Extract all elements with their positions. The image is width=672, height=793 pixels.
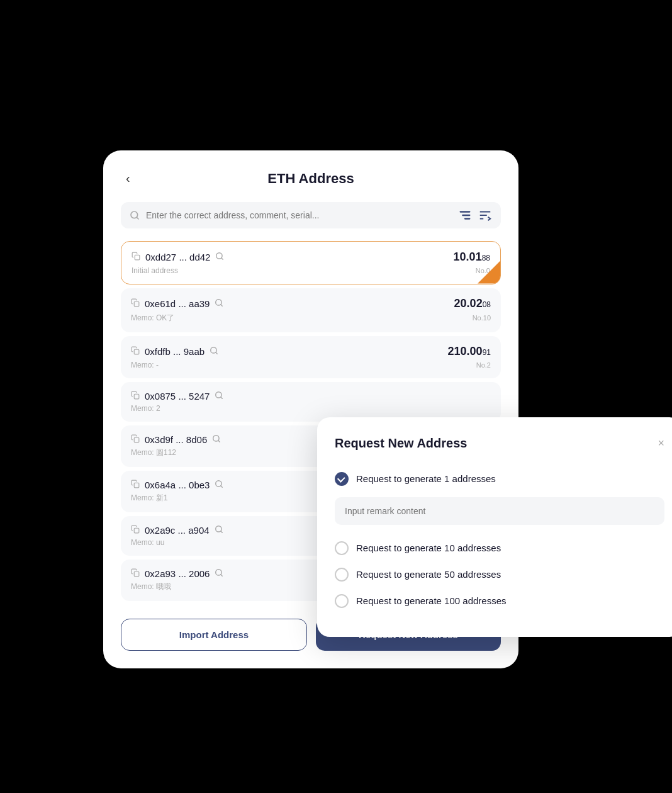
svg-line-17 (216, 352, 218, 354)
address-item[interactable]: 0xfdfb ... 9aab 210.0091 Memo: - No.2 (121, 336, 501, 378)
remark-input[interactable] (335, 497, 664, 525)
memo-text: Memo: OK了 (131, 313, 174, 323)
address-text: 0x2a93 ... 2006 (145, 568, 210, 579)
address-text: 0xfdfb ... 9aab (145, 346, 204, 357)
radio-option[interactable]: Request to generate 10 addresses (335, 535, 664, 561)
address-text: 0x0875 ... 5247 (145, 391, 210, 402)
radio-option[interactable]: Request to generate 1 addresses (335, 466, 664, 492)
radio-circle[interactable] (335, 472, 349, 486)
amount-block: 210.0091 (448, 345, 491, 358)
amount-small: 91 (483, 348, 491, 357)
address-search-icon[interactable] (210, 346, 218, 357)
address-search-icon[interactable] (215, 252, 224, 262)
address-item[interactable]: 0xdd27 ... dd42 10.0188 Initial address … (121, 241, 501, 284)
modal-header: Request New Address × (335, 436, 664, 451)
address-search-icon[interactable] (215, 568, 223, 579)
modal-card: Request New Address × Request to generat… (317, 417, 672, 637)
svg-rect-21 (134, 437, 139, 442)
address-search-icon[interactable] (215, 391, 223, 402)
copy-icon[interactable] (131, 391, 140, 402)
svg-line-11 (221, 257, 223, 259)
radio-option[interactable]: Request to generate 50 addresses (335, 561, 664, 588)
radio-circle[interactable] (335, 541, 349, 555)
memo-text: Initial address (132, 266, 178, 275)
radio-circle[interactable] (335, 594, 349, 608)
svg-line-29 (220, 531, 222, 532)
svg-line-14 (221, 304, 223, 306)
memo-text: Memo: uu (131, 538, 164, 547)
svg-line-26 (221, 485, 223, 487)
address-text: 0x6a4a ... 0be3 (145, 480, 210, 490)
import-button[interactable]: Import Address (121, 619, 307, 651)
address-search-icon[interactable] (215, 525, 223, 536)
amount-main: 10.01 (454, 250, 482, 263)
memo-text: Memo: 哦哦 (131, 582, 171, 592)
copy-icon[interactable] (131, 525, 140, 536)
address-search-icon[interactable] (215, 480, 223, 490)
address-text: 0x2a9c ... a904 (145, 525, 210, 536)
copy-icon[interactable] (131, 346, 140, 357)
amount-main: 20.02 (454, 297, 483, 310)
radio-option[interactable]: Request to generate 100 addresses (335, 588, 664, 614)
amount-small: 08 (483, 300, 491, 309)
search-bar (121, 202, 501, 228)
address-text: 0x3d9f ... 8d06 (145, 434, 207, 445)
copy-icon[interactable] (132, 252, 140, 262)
svg-rect-9 (135, 255, 140, 260)
svg-rect-27 (134, 528, 139, 533)
no-badge: No.2 (476, 361, 491, 369)
copy-icon[interactable] (131, 434, 140, 445)
filter-icon[interactable] (458, 208, 472, 222)
radio-label: Request to generate 100 addresses (356, 595, 507, 606)
address-text: 0xdd27 ... dd42 (145, 252, 210, 262)
radio-label: Request to generate 50 addresses (356, 569, 501, 580)
radio-circle[interactable] (335, 568, 349, 582)
svg-line-20 (221, 396, 223, 398)
amount-small: 88 (482, 254, 490, 262)
no-badge: No.10 (473, 314, 491, 322)
svg-line-32 (221, 574, 223, 576)
svg-line-1 (137, 217, 138, 219)
copy-icon[interactable] (131, 480, 140, 490)
modal-close-button[interactable]: × (658, 437, 664, 450)
memo-text: Memo: 2 (131, 404, 160, 413)
back-button[interactable]: ‹ (121, 169, 135, 188)
svg-rect-18 (134, 394, 139, 399)
memo-text: Memo: 新1 (131, 493, 168, 503)
amount-block: 20.0208 (454, 297, 491, 310)
svg-line-23 (218, 440, 220, 442)
svg-rect-24 (134, 483, 139, 488)
memo-text: Memo: - (131, 361, 159, 369)
svg-rect-12 (134, 301, 139, 307)
copy-icon[interactable] (131, 298, 140, 309)
address-item[interactable]: 0x0875 ... 5247 Memo: 2 (121, 382, 501, 422)
page-title: ETH Address (267, 171, 354, 187)
radio-label: Request to generate 1 addresses (356, 473, 496, 484)
svg-rect-30 (134, 571, 139, 576)
address-search-icon[interactable] (215, 298, 223, 309)
no-badge: No.0 (476, 267, 490, 274)
address-item[interactable]: 0xe61d ... aa39 20.0208 Memo: OK了 No.10 (121, 288, 501, 332)
address-search-icon[interactable] (212, 434, 221, 445)
modal-options: Request to generate 1 addresses Request … (335, 466, 664, 614)
modal-title: Request New Address (335, 436, 467, 451)
radio-label: Request to generate 10 addresses (356, 543, 501, 553)
sort-icon[interactable] (478, 208, 492, 222)
search-icon (130, 210, 140, 220)
header: ‹ ETH Address (121, 171, 501, 187)
amount-main: 210.00 (448, 345, 483, 357)
svg-rect-15 (134, 349, 139, 354)
amount-block: 10.0188 (454, 250, 490, 264)
memo-text: Memo: 圆112 (131, 447, 176, 458)
address-text: 0xe61d ... aa39 (145, 298, 210, 309)
copy-icon[interactable] (131, 568, 140, 579)
main-card: ‹ ETH Address (103, 150, 518, 668)
search-input[interactable] (146, 210, 452, 220)
